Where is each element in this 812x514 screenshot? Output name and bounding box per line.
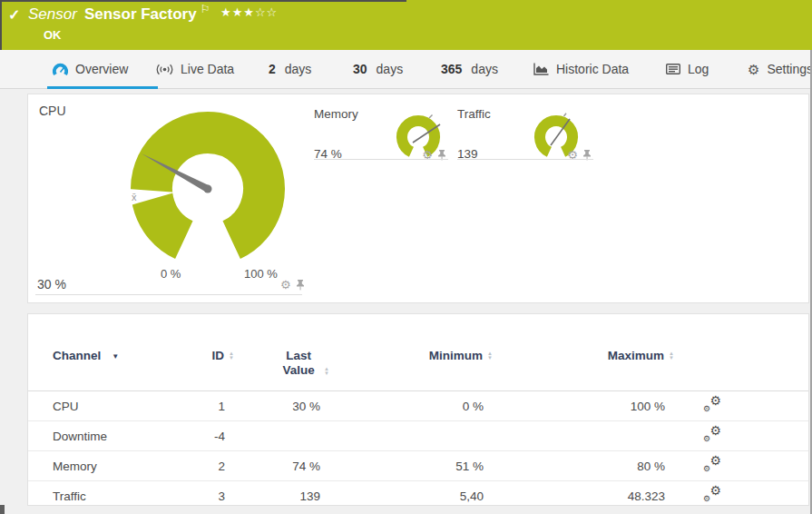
tab-live-data-label: Live Data [181,62,234,76]
gauge-scale-max: 100 % [244,267,278,281]
tab-overview-label: Overview [75,62,128,76]
channel-maximum: 80 % [493,460,674,473]
gauge-icon [53,63,68,76]
tab-log-label: Log [688,62,709,76]
tab-log[interactable]: Log [666,50,709,88]
channel-settings-gears-icon[interactable]: ⚙⚙ [703,457,721,472]
cpu-gauge: x̄ [122,111,294,274]
column-header-minimum[interactable]: Minimum ▲▼ [329,349,493,378]
channels-table-panel: Channel ▼ ID ▲▼ Last Value ▲▼ Minimum ▲▼… [27,313,809,506]
column-header-last-value[interactable]: Last Value ▲▼ [234,349,329,378]
area-chart-icon [533,63,549,75]
active-tab-underline [47,86,158,89]
tab-historic-data[interactable]: Historic Data [533,50,629,88]
gear-icon: ⚙ [748,63,759,76]
channel-last-value: 30 % [234,400,329,413]
channel-settings-gears-icon[interactable]: ⚙⚙ [703,427,721,442]
channel-name[interactable]: CPU [53,400,180,413]
channel-last-value: 74 % [234,460,329,473]
tab-365-days[interactable]: 365 days [441,50,498,88]
sensor-header: ✓ SensorSensor Factory⚐ ★★★☆☆ OK [0,0,812,50]
memory-gauge-card[interactable]: Memory 74 % ⚙ [314,104,448,160]
gauge-title: Traffic [457,107,491,121]
tab-30-days[interactable]: 30 days [353,50,403,88]
average-marker [429,115,433,119]
page-title: SensorSensor Factory⚐ [28,5,210,24]
tab-30-days-number: 30 [353,62,367,76]
column-header-maximum[interactable]: Maximum ▲▼ [493,349,674,378]
channel-id: -4 [180,430,234,443]
tab-2-days-label: days [285,62,312,76]
table-body: CPU 1 30 % 0 % 100 % ⚙⚙ Downtime -4 ⚙⚙ M… [28,390,808,506]
table-row[interactable]: CPU 1 30 % 0 % 100 % ⚙⚙ [28,391,808,421]
divider [35,294,302,295]
cpu-gauge-card[interactable]: CPU x̄ 0 % 100 % 30 % ⚙ [28,94,318,304]
tab-2-days[interactable]: 2 days [269,50,311,88]
priority-stars[interactable]: ★★★☆☆ [220,5,278,19]
gauge-value: 30 % [37,277,66,292]
gauge-title: Memory [314,107,358,121]
average-marker [564,114,567,116]
pin-icon[interactable] [296,280,305,291]
window-edge-left [0,0,2,50]
tab-overview[interactable]: Overview [53,50,128,88]
log-list-icon [666,64,680,74]
status-badge: OK [44,28,62,42]
channel-minimum: 51 % [329,460,493,473]
channel-minimum: 0 % [329,400,493,413]
sort-active-icon: ▼ [112,352,119,361]
gauges-panel: CPU x̄ 0 % 100 % 30 % ⚙ Memory 74 % [27,94,809,303]
channel-name[interactable]: Downtime [53,430,180,443]
channel-id: 3 [180,489,234,503]
average-marker: x̄ [132,192,137,203]
tab-settings-label: Settings [767,62,812,76]
traffic-gauge-card[interactable]: Traffic 139 ⚙ [457,104,593,160]
priority-flag-icon[interactable]: ⚐ [201,3,210,15]
channel-settings-gears-icon[interactable]: ⚙⚙ [703,397,721,412]
gauge-settings-gear-icon[interactable]: ⚙ [280,279,291,291]
column-header-id[interactable]: ID ▲▼ [180,349,234,378]
channel-maximum: 48.323 [493,489,674,503]
window-edge-top [0,0,406,2]
gauge-title: CPU [39,104,66,118]
channel-maximum: 100 % [493,400,674,413]
tab-live-data[interactable]: Live Data [156,50,234,88]
status-ok-check-icon: ✓ [8,6,20,24]
tab-historic-data-label: Historic Data [556,62,629,76]
stars-filled[interactable]: ★★★ [220,5,255,19]
table-row[interactable]: Memory 2 74 % 51 % 80 % ⚙⚙ [28,451,808,481]
table-header-row: Channel ▼ ID ▲▼ Last Value ▲▼ Minimum ▲▼… [28,349,808,378]
tab-settings[interactable]: ⚙ Settings [748,50,812,88]
tab-365-days-number: 365 [441,62,462,76]
divider [457,159,593,160]
window-edge-corner [0,505,5,514]
tab-2-days-number: 2 [269,62,276,76]
table-row[interactable]: Traffic 3 139 5,40 48.323 ⚙⚙ [28,481,808,506]
channel-last-value: 139 [234,489,329,503]
channel-minimum: 5,40 [329,489,493,503]
tab-30-days-label: days [377,62,404,76]
live-data-icon [156,64,173,75]
tab-365-days-label: days [471,62,498,76]
channel-id: 2 [180,460,234,473]
gauge-scale-min: 0 % [161,267,181,281]
stars-empty[interactable]: ☆☆ [255,5,278,19]
divider [314,159,448,160]
channel-name[interactable]: Memory [53,460,180,473]
tab-bar: Overview Live Data 2 days 30 days 365 da… [0,50,812,89]
table-row[interactable]: Downtime -4 ⚙⚙ [28,421,808,451]
object-kind-label: Sensor [28,5,77,23]
sensor-name[interactable]: Sensor Factory [84,5,197,23]
channel-settings-gears-icon[interactable]: ⚙⚙ [703,487,721,502]
channel-id: 1 [180,400,234,413]
column-header-channel[interactable]: Channel ▼ [53,349,180,378]
channel-name[interactable]: Traffic [53,489,180,503]
